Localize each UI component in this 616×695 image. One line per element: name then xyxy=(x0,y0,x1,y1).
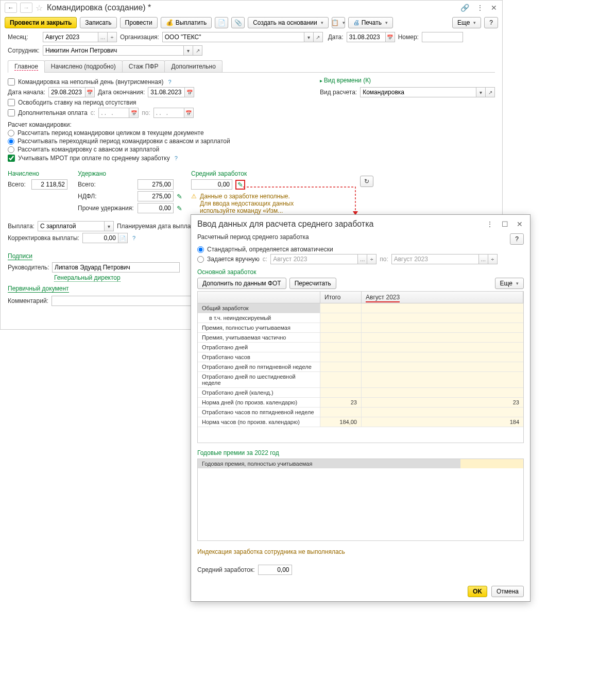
year-row-value[interactable] xyxy=(460,459,523,468)
table-row[interactable]: Норма дней (по произв. календарю)2323 xyxy=(198,398,523,408)
attach-icon-button[interactable]: 📎 xyxy=(231,17,245,28)
other-edit-icon[interactable]: ✎ xyxy=(177,205,182,212)
kebab-icon[interactable]: ⋮ xyxy=(475,3,485,13)
recalc-button[interactable]: Пересчитать xyxy=(289,278,336,289)
dialog-avg-input[interactable] xyxy=(258,565,292,575)
release-rate-checkbox[interactable] xyxy=(8,99,15,106)
mrot-checkbox[interactable] xyxy=(8,155,15,162)
calc-radio-1[interactable] xyxy=(8,130,14,137)
month-picker-icon[interactable]: … xyxy=(98,32,108,42)
help-button[interactable]: ? xyxy=(484,17,498,28)
table-row[interactable]: Отработано дней xyxy=(198,343,523,352)
month-stepper-icon[interactable]: ÷ xyxy=(108,32,117,42)
org-open-icon[interactable]: ↗ xyxy=(314,32,323,42)
start-calendar-icon[interactable]: 📅 xyxy=(85,87,95,97)
employee-dropdown-icon[interactable]: ▾ xyxy=(184,45,193,56)
dialog-close-icon[interactable]: ✕ xyxy=(516,219,524,229)
pay-button[interactable]: 💰Выплатить xyxy=(161,17,212,28)
help-icon[interactable]: ? xyxy=(168,79,171,85)
fill-fot-button[interactable]: Дополнить по данным ФОТ xyxy=(197,278,286,289)
cancel-button[interactable]: Отмена xyxy=(491,586,524,597)
help-icon-2[interactable]: ? xyxy=(175,155,178,161)
calc-type-open-icon[interactable]: ↗ xyxy=(486,87,495,97)
more-button[interactable]: Еще xyxy=(452,17,481,28)
dialog-kebab-icon[interactable]: ⋮ xyxy=(485,219,494,229)
save-button[interactable]: Записать xyxy=(80,17,116,28)
copy-icon-button[interactable]: 📋 xyxy=(332,17,345,28)
accrued-total-input[interactable] xyxy=(31,179,67,190)
table-row[interactable]: в т.ч. неиндексируемый xyxy=(198,313,523,323)
time-type-link[interactable]: Вид времени (К) xyxy=(320,77,495,84)
date-calendar-icon[interactable]: 📅 xyxy=(386,32,395,42)
month-input[interactable] xyxy=(43,32,98,42)
tab-accrued[interactable]: Начислено (подробно) xyxy=(44,60,123,72)
withheld-total-input[interactable] xyxy=(138,179,174,190)
ndfl-input[interactable] xyxy=(138,191,174,201)
end-calendar-icon[interactable]: 📅 xyxy=(185,87,194,97)
favorite-icon[interactable]: ☆ xyxy=(36,3,43,13)
other-withheld-input[interactable] xyxy=(138,203,174,213)
calc-type-input[interactable] xyxy=(360,87,476,97)
th-indicator[interactable] xyxy=(198,292,320,303)
post-and-close-button[interactable]: Провести и закрыть xyxy=(5,17,77,28)
row-month xyxy=(362,313,523,323)
th-month[interactable]: Август 2023 xyxy=(362,292,523,303)
year-row-label[interactable]: Годовая премия, полностью учитываемая xyxy=(198,459,460,468)
doc-icon-button[interactable]: 📄 xyxy=(215,17,228,28)
table-row[interactable]: Премия, полностью учитываемая xyxy=(198,323,523,333)
calc-radio-3[interactable] xyxy=(8,146,14,153)
date-input[interactable] xyxy=(347,32,386,42)
close-icon[interactable]: ✕ xyxy=(490,3,498,13)
number-input[interactable] xyxy=(422,32,463,42)
partial-day-checkbox[interactable] xyxy=(8,78,15,86)
payout-input[interactable] xyxy=(38,221,105,231)
end-date-input[interactable] xyxy=(148,87,185,97)
table-row[interactable]: Норма часов (по произв. календарю)184,00… xyxy=(198,417,523,427)
table-row[interactable]: Отработано дней (календ.) xyxy=(198,388,523,398)
extra-pay-checkbox[interactable] xyxy=(8,109,15,116)
tab-extra[interactable]: Дополнительно xyxy=(164,60,222,72)
main-toolbar: Провести и закрыть Записать Провести 💰Вы… xyxy=(1,15,502,30)
manager-input[interactable] xyxy=(52,262,180,273)
employee-input[interactable] xyxy=(43,45,184,56)
nav-back-button[interactable]: ← xyxy=(5,3,17,13)
tab-pfr[interactable]: Стаж ПФР xyxy=(122,60,165,72)
link-icon[interactable]: 🔗 xyxy=(459,3,470,13)
correction-calc-icon[interactable]: 📄 xyxy=(118,233,128,243)
table-row[interactable]: Общий заработок xyxy=(198,303,523,313)
org-input[interactable] xyxy=(162,32,304,42)
calc-radio-2[interactable] xyxy=(8,138,14,145)
dialog-maximize-icon[interactable]: ☐ xyxy=(501,219,509,229)
period-manual-radio[interactable] xyxy=(197,256,204,263)
ndfl-edit-icon[interactable]: ✎ xyxy=(177,193,182,200)
th-total[interactable]: Итого xyxy=(320,292,362,303)
employee-open-icon[interactable]: ↗ xyxy=(193,45,202,56)
primary-doc-link[interactable]: Первичный документ xyxy=(8,285,69,293)
period-auto-radio[interactable] xyxy=(197,246,204,253)
calc-type-dropdown-icon[interactable]: ▾ xyxy=(476,87,486,97)
dialog-more-button[interactable]: Еще xyxy=(495,278,524,289)
avg-input[interactable] xyxy=(191,179,232,190)
table-row[interactable]: Отработано часов xyxy=(198,352,523,362)
post-button[interactable]: Провести xyxy=(120,17,158,28)
row-label: Общий заработок xyxy=(198,303,320,313)
table-row[interactable]: Премия, учитываемая частично xyxy=(198,333,523,343)
payout-dropdown-icon[interactable]: ▾ xyxy=(105,221,114,231)
table-row[interactable]: Отработано дней по шестидневной неделе xyxy=(198,372,523,388)
signs-link[interactable]: Подписи xyxy=(8,252,32,260)
nav-forward-button[interactable]: → xyxy=(20,3,32,13)
dialog-help-button[interactable]: ? xyxy=(510,233,524,245)
table-row[interactable]: Отработано часов по пятидневной неделе xyxy=(198,408,523,417)
table-row[interactable]: Отработано дней по пятидневной неделе xyxy=(198,362,523,372)
print-button[interactable]: 🖨Печать xyxy=(348,17,393,28)
ok-button[interactable]: OK xyxy=(468,586,487,597)
row-month xyxy=(362,372,523,387)
org-dropdown-icon[interactable]: ▾ xyxy=(304,32,314,42)
start-date-input[interactable] xyxy=(48,87,85,97)
tab-main[interactable]: Главное xyxy=(8,60,45,72)
calc-radio-3-label: Рассчитать командировку с авансом и зарп… xyxy=(18,146,159,153)
gendir-link[interactable]: Генеральный директор xyxy=(54,274,121,282)
help-icon-3[interactable]: ? xyxy=(132,235,135,241)
correction-input[interactable] xyxy=(82,233,118,243)
create-basis-button[interactable]: Создать на основании xyxy=(248,17,329,28)
